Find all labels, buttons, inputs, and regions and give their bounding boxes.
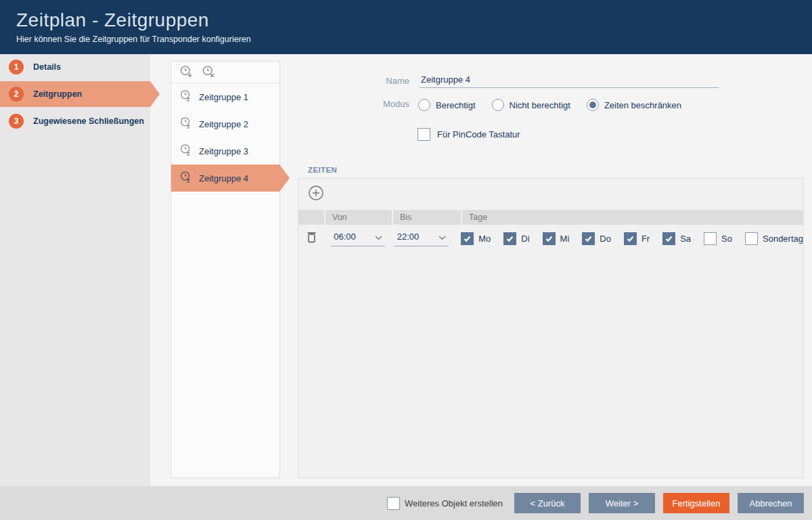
checkbox-icon <box>662 232 675 245</box>
radio-icon <box>492 99 504 111</box>
clock-group-icon <box>179 116 192 131</box>
step-label: Details <box>33 62 61 72</box>
column-header-tage: Tage <box>462 210 803 225</box>
back-button[interactable]: < Zurück <box>514 493 581 513</box>
day-checkbox-sa[interactable]: Sa <box>662 232 691 245</box>
modus-field-row: Modus Berechtigt Nicht berechtigt Zeiten… <box>298 99 681 111</box>
list-item-zeitgruppe-4[interactable]: Zeitgruppe 4 <box>171 165 279 192</box>
von-time-select[interactable]: 06:00 <box>331 231 385 246</box>
name-field-row: Name Zeitgruppe 4 <box>298 74 719 88</box>
clock-group-icon <box>179 89 192 104</box>
radio-icon <box>587 99 599 111</box>
list-item-label: Zeitgruppe 3 <box>199 146 248 156</box>
radio-zeiten-beschraenken[interactable]: Zeiten beschränken <box>587 99 681 111</box>
step-number-badge: 1 <box>9 60 24 74</box>
step-number-badge: 3 <box>9 114 24 129</box>
radio-berechtigt[interactable]: Berechtigt <box>418 99 476 111</box>
footer-bar: Weiteres Objekt erstellen < Zurück Weite… <box>0 486 812 520</box>
modus-radio-group: Berechtigt Nicht berechtigt Zeiten besch… <box>418 99 681 111</box>
zeiten-table-header: Von Bis Tage <box>298 210 803 225</box>
radio-nicht-berechtigt[interactable]: Nicht berechtigt <box>492 99 570 111</box>
day-checkbox-mi[interactable]: Mi <box>543 232 570 245</box>
chevron-down-icon <box>438 231 446 243</box>
clock-add-icon[interactable] <box>179 65 194 79</box>
day-checkbox-sondertag[interactable]: Sondertag <box>745 232 803 245</box>
sidebar-item-zeitgruppen[interactable]: 2 Zeitgruppen <box>0 81 150 107</box>
column-header-von: Von <box>325 210 392 225</box>
day-checkbox-do[interactable]: Do <box>582 232 611 245</box>
clock-group-icon <box>179 171 192 186</box>
days-checkbox-group: Mo Di Mi Do Fr Sa <box>453 232 803 245</box>
page-title: Zeitplan - Zeitgruppen <box>16 9 812 31</box>
day-checkbox-so[interactable]: So <box>704 232 732 245</box>
checkbox-icon <box>745 232 758 245</box>
list-item-label: Zeitgruppe 4 <box>199 173 248 183</box>
column-header-empty <box>298 210 324 225</box>
checkbox-icon <box>704 232 717 245</box>
step-number-badge: 2 <box>9 87 24 102</box>
day-checkbox-fr[interactable]: Fr <box>624 232 650 245</box>
next-button[interactable]: Weiter > <box>589 493 655 513</box>
time-group-toolbar <box>171 62 279 83</box>
name-input[interactable]: Zeitgruppe 4 <box>420 74 719 88</box>
delete-row-button[interactable] <box>307 231 317 246</box>
list-item-label: Zeitgruppe 1 <box>199 92 248 102</box>
cancel-button[interactable]: Abbrechen <box>738 493 804 513</box>
wizard-steps-sidebar: 1 Details 2 Zeitgruppen 3 Zugewiesene Sc… <box>0 54 150 486</box>
clock-remove-icon[interactable] <box>202 65 216 79</box>
bis-time-select[interactable]: 22:00 <box>394 231 449 246</box>
checkbox-icon <box>418 128 430 141</box>
list-item-zeitgruppe-3[interactable]: Zeitgruppe 3 <box>171 137 279 165</box>
zeiten-section-title: ZEITEN <box>308 166 337 174</box>
checkbox-icon <box>461 232 474 245</box>
sidebar-item-details[interactable]: 1 Details <box>0 54 150 80</box>
column-header-bis: Bis <box>393 210 461 225</box>
finish-button[interactable]: Fertigstellen <box>663 493 729 513</box>
page-subtitle: Hier können Sie die Zeitgruppen für Tran… <box>16 35 812 44</box>
day-checkbox-mo[interactable]: Mo <box>461 232 491 245</box>
checkbox-icon <box>387 497 400 510</box>
plus-circle-icon <box>307 184 325 204</box>
sidebar-item-zugewiesene-schliessungen[interactable]: 3 Zugewiesene Schließungen <box>0 108 150 134</box>
zeiten-table-panel: Von Bis Tage 06:00 <box>298 178 804 478</box>
radio-icon <box>418 99 430 111</box>
list-item-zeitgruppe-1[interactable]: Zeitgruppe 1 <box>171 83 279 110</box>
clock-group-icon <box>179 144 192 158</box>
wizard-header: Zeitplan - Zeitgruppen Hier können Sie d… <box>0 0 812 54</box>
list-item-zeitgruppe-2[interactable]: Zeitgruppe 2 <box>171 110 279 137</box>
step-label: Zugewiesene Schließungen <box>33 116 144 126</box>
checkbox-icon <box>624 232 637 245</box>
table-row: 06:00 22:00 Mo Di <box>298 225 803 252</box>
day-checkbox-di[interactable]: Di <box>503 232 529 245</box>
checkbox-icon <box>503 232 516 245</box>
chevron-down-icon <box>375 231 382 243</box>
name-field-label: Name <box>298 76 409 88</box>
create-another-checkbox[interactable]: Weiteres Objekt erstellen <box>387 497 503 510</box>
pincode-checkbox[interactable]: Für PinCode Tastatur <box>418 128 520 141</box>
checkbox-icon <box>582 232 595 245</box>
trash-icon <box>307 231 317 246</box>
time-group-list-panel: Zeitgruppe 1 Zeitgruppe 2 Zeitgruppe 3 <box>171 61 280 478</box>
add-time-row-button[interactable] <box>307 184 325 204</box>
checkbox-icon <box>543 232 556 245</box>
step-label: Zeitgruppen <box>33 89 82 99</box>
modus-field-label: Modus <box>298 99 409 111</box>
list-item-label: Zeitgruppe 2 <box>199 119 248 129</box>
